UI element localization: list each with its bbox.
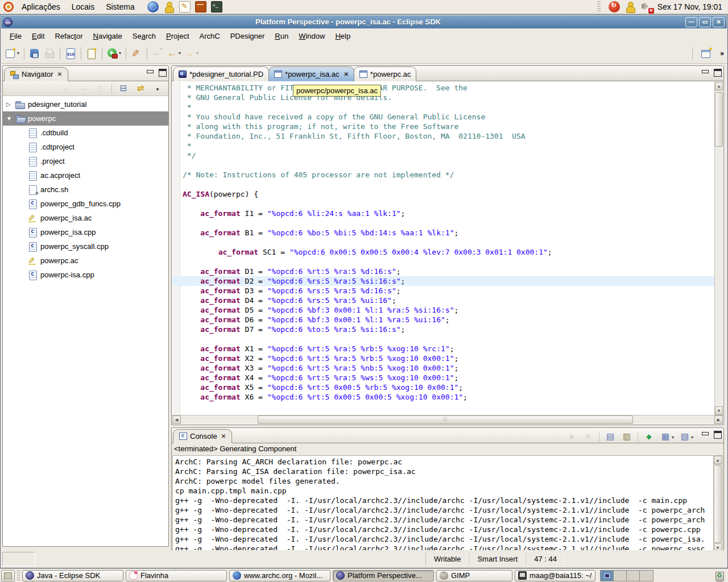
workspace-2[interactable] <box>614 571 627 581</box>
code-line[interactable]: ac_format D3 = "%opcd:6 %rs:5 %ra:5 %d:1… <box>183 286 714 296</box>
code-line[interactable]: /* Note: Instructions of 405 processor a… <box>183 170 714 180</box>
code-line[interactable] <box>183 238 714 247</box>
tree-item[interactable]: ac.acproject <box>3 168 168 182</box>
update-notifier-icon[interactable] <box>609 1 620 13</box>
expander-open-icon[interactable]: ▼ <box>6 115 15 122</box>
taskbar-item[interactable]: Flavinha <box>126 570 227 581</box>
code-line[interactable]: ac_format D6 = "%opcd:6 %bf:3 0x00:1 %l:… <box>183 315 714 325</box>
code-line[interactable]: * <box>183 102 714 112</box>
code-line[interactable]: ac_format D7 = "%opcd:6 %to:5 %ra:5 %si:… <box>183 325 714 334</box>
expander-closed-icon[interactable]: ▷ <box>6 101 15 107</box>
code-line[interactable]: ac_format D4 = "%opcd:6 %rs:5 %ra:5 %ui:… <box>183 296 714 305</box>
maximize-view-button[interactable] <box>713 431 721 438</box>
trash-icon[interactable] <box>713 570 726 581</box>
scroll-up-arrow[interactable]: ▲ <box>715 82 723 90</box>
scrollbar-thumb[interactable] <box>714 465 722 543</box>
navigator-tab[interactable]: Navigator ✕ <box>4 67 68 81</box>
editor-vertical-scrollbar[interactable]: ▲ ▼ <box>714 82 723 415</box>
tree-item[interactable]: ▷pdesigner_tutorial <box>3 97 168 111</box>
ubuntu-logo-icon[interactable] <box>3 2 14 12</box>
console-vertical-scrollbar[interactable]: ▲ ▼ <box>713 456 722 552</box>
tree-item[interactable]: .cdtbuild <box>3 126 168 140</box>
display-selected-console-button[interactable]: ▾ <box>658 430 676 444</box>
code-line[interactable]: * <box>183 141 714 151</box>
user-switcher-icon[interactable] <box>624 1 636 13</box>
pin-console-button[interactable] <box>642 430 656 444</box>
nav-forward-button[interactable] <box>76 82 90 95</box>
taskbar-item[interactable]: GIMP <box>436 570 512 581</box>
code-line[interactable]: ac_format D5 = "%opcd:6 %bf:3 0x00:1 %l:… <box>183 305 714 315</box>
code-line[interactable]: ac_format X6 = "%opcd:6 %rt:5 0x00:5 0x0… <box>183 392 714 402</box>
scrollbar-thumb[interactable]: ⁞⁞ <box>258 415 633 424</box>
code-line[interactable]: * GNU General Public License for more de… <box>183 93 714 102</box>
maximize-view-button[interactable] <box>158 69 166 76</box>
code-line[interactable] <box>183 218 714 228</box>
taskbar-handle[interactable] <box>17 570 20 581</box>
generate-binary-button[interactable] <box>63 47 78 60</box>
save-button[interactable] <box>27 47 42 60</box>
editor-horizontal-scrollbar[interactable]: ◀ ⁞⁞ ▶ <box>172 415 723 424</box>
tree-item[interactable]: powerpc_syscall.cpp <box>3 239 168 253</box>
code-line[interactable]: ac_format X4 = "%opcd:6 %rt:5 %ra:5 %ws:… <box>183 373 714 383</box>
console-body[interactable]: ArchC: Parsing AC_ARCH declaration file:… <box>172 455 723 552</box>
menu-item-edit[interactable]: Edit <box>27 30 49 42</box>
tree-item[interactable]: powerpc_isa.ac <box>3 211 168 225</box>
taskbar-item[interactable]: Java - Eclipse SDK <box>22 570 123 581</box>
browser-icon[interactable] <box>147 1 159 13</box>
scrollbar-thumb[interactable] <box>715 92 723 147</box>
code-line[interactable]: ac_format X5 = "%opcd:6 %rt:5 0x00:5 %rb… <box>183 383 714 392</box>
code-line[interactable]: * MERCHANTABILITY or FITNESS FOR A PARTI… <box>183 83 714 93</box>
menu-item-pdesigner[interactable]: PDesigner <box>225 30 270 42</box>
scroll-up-arrow[interactable]: ▲ <box>714 456 722 464</box>
highlighter-button[interactable] <box>129 47 144 60</box>
collapse-all-button[interactable] <box>116 82 131 95</box>
minimize-view-button[interactable] <box>701 431 709 438</box>
taskbar-item[interactable]: Platform Perspective... <box>333 570 434 581</box>
new-wizard-button[interactable]: ▾ <box>3 47 21 60</box>
volume-muted-icon[interactable]: ✕ <box>640 1 652 13</box>
close-view-icon[interactable]: ✕ <box>221 433 226 439</box>
desktop-menu-aplicações[interactable]: Aplicações <box>17 1 65 13</box>
titlebar[interactable]: Platform Perspective - powerpc_isa.ac - … <box>1 15 727 28</box>
scroll-lock-button[interactable] <box>619 430 634 444</box>
code-line[interactable]: * You should have received a copy of the… <box>183 112 714 122</box>
editor-body[interactable]: * MERCHANTABILITY or FITNESS FOR A PARTI… <box>172 82 723 415</box>
clear-console-button[interactable] <box>603 430 618 444</box>
last-edit-location-button[interactable] <box>150 47 165 60</box>
desktop-menu-sistema[interactable]: Sistema <box>101 1 139 13</box>
code-line[interactable]: */ <box>183 151 714 160</box>
workspace-4[interactable] <box>640 571 653 581</box>
code-line[interactable]: ac_format SC1 = "%opcd:6 0x00:5 0x00:5 0… <box>183 247 714 257</box>
menu-item-search[interactable]: Search <box>127 30 161 42</box>
code-line[interactable]: ac_format X2 = "%opcd:6 %rt:5 %ra:5 %rb:… <box>183 354 714 363</box>
close-button[interactable]: ✕ <box>713 17 725 27</box>
code-line[interactable]: ac_format B1 = "%opcd:6 %bo:5 %bi:5 %bd:… <box>183 228 714 238</box>
minimize-editor-button[interactable] <box>701 69 709 76</box>
menu-item-project[interactable]: Project <box>161 30 194 42</box>
open-perspective-icon[interactable] <box>701 48 712 59</box>
taskbar-item[interactable]: www.archc.org - Mozil... <box>229 570 330 581</box>
editor-left-ruler[interactable] <box>172 82 180 415</box>
tree-item[interactable]: archc.sh <box>3 182 168 197</box>
tree-item[interactable]: ▼powerpc <box>3 111 168 126</box>
tray-handle[interactable] <box>597 1 601 13</box>
menu-item-help[interactable]: Help <box>330 30 355 42</box>
maximize-button[interactable]: ▭ <box>699 17 711 27</box>
editor-tab[interactable]: *powerpc_isa.ac✕ <box>268 66 354 81</box>
desktop-menu-locais[interactable]: Locais <box>67 1 99 13</box>
code-line[interactable]: ac_format D1 = "%opcd:6 %rt:5 %ra:5 %d:1… <box>183 267 714 276</box>
code-line[interactable] <box>183 160 714 170</box>
code-line[interactable]: ac_format X1 = "%opcd:6 %rt:5 %ra:5 %rb:… <box>183 344 714 354</box>
code-line[interactable]: * Foundation, Inc., 51 Franklin St, Fift… <box>183 131 714 141</box>
view-menu-button[interactable] <box>150 82 165 95</box>
perspective-overflow-icon[interactable]: » <box>720 49 723 57</box>
taskbar-item[interactable]: maag@baia115: ~/A... <box>515 570 595 581</box>
workspace-3[interactable] <box>627 571 640 581</box>
code-line[interactable] <box>183 334 714 344</box>
workspace-1[interactable] <box>601 571 614 581</box>
terminal-icon[interactable] <box>211 1 222 13</box>
user-icon[interactable] <box>163 1 175 13</box>
tree-item[interactable]: powerpc_isa.cpp <box>3 225 168 239</box>
new-component-button[interactable] <box>84 47 99 60</box>
terminate-button[interactable] <box>564 430 579 444</box>
